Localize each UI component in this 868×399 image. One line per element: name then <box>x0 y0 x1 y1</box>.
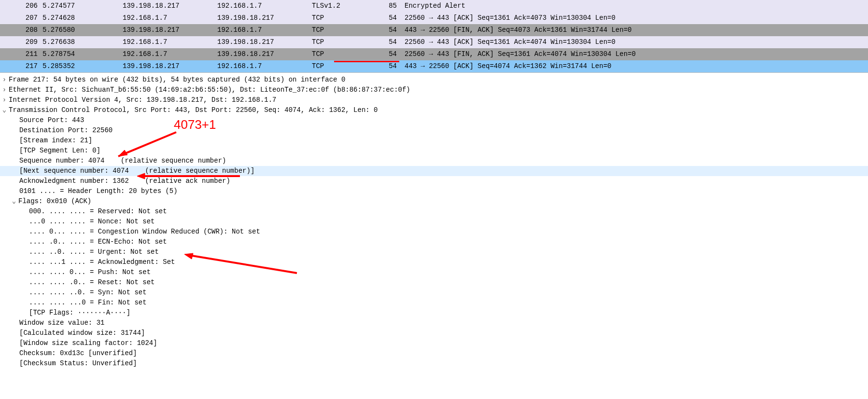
detail-frame[interactable]: ›Frame 217: 54 bytes on wire (432 bits),… <box>0 75 868 85</box>
svg-marker-5 <box>184 253 193 259</box>
flag-syn[interactable]: .... .... ..0. = Syn: Not set <box>0 288 868 298</box>
checksum[interactable]: Checksum: 0xd13c [unverified] <box>0 348 868 358</box>
chevron-right-icon[interactable]: › <box>0 95 9 105</box>
packet-info: 22560 → 443 [ACK] Seq=1361 Ack=4073 Win=… <box>401 12 868 24</box>
packet-info: 22560 → 443 [ACK] Seq=1361 Ack=4074 Win=… <box>401 36 868 48</box>
packet-no: 207 <box>0 12 39 24</box>
packet-destination: 139.198.18.217 <box>213 36 308 48</box>
tcp-flags-summary[interactable]: [TCP Flags: ·······A····] <box>0 308 868 318</box>
chevron-right-icon[interactable]: › <box>0 75 9 85</box>
packet-destination: 139.198.18.217 <box>213 12 308 24</box>
calculated-window-size[interactable]: [Calculated window size: 31744] <box>0 328 868 338</box>
packet-protocol: TCP <box>308 48 369 60</box>
packet-protocol: TLSv1.2 <box>308 0 369 12</box>
svg-line-0 <box>118 132 176 156</box>
packet-protocol: TCP <box>308 36 369 48</box>
annotation-underline <box>334 61 399 62</box>
packet-no: 217 <box>0 60 39 72</box>
packet-no: 206 <box>0 0 39 12</box>
packet-length: 54 <box>369 36 401 48</box>
flag-ecn[interactable]: .... .0.. .... = ECN-Echo: Not set <box>0 237 868 247</box>
packet-row[interactable]: 2115.278754192.168.1.7139.198.18.217TCP5… <box>0 48 868 60</box>
chevron-right-icon[interactable]: › <box>0 85 9 95</box>
detail-ip[interactable]: ›Internet Protocol Version 4, Src: 139.1… <box>0 95 868 105</box>
packet-list[interactable]: 2065.274577139.198.18.217192.168.1.7TLSv… <box>0 0 868 72</box>
packet-destination: 192.168.1.7 <box>213 60 308 72</box>
packet-time: 5.274577 <box>39 0 119 12</box>
packet-time: 5.276638 <box>39 36 119 48</box>
packet-length: 54 <box>369 24 401 36</box>
detail-tcp[interactable]: ⌄Transmission Control Protocol, Src Port… <box>0 105 868 115</box>
packet-time: 5.276580 <box>39 24 119 36</box>
packet-info: 443 → 22560 [ACK] Seq=4074 Ack=1362 Win=… <box>401 60 868 72</box>
annotation-arrow-ackflag <box>183 251 299 275</box>
source-port[interactable]: Source Port: 443 <box>0 115 868 125</box>
ack-number[interactable]: Acknowledgment number: 1362 (relative ac… <box>0 176 868 186</box>
annotation-arrow-ack <box>136 172 242 180</box>
packet-source: 139.198.18.217 <box>119 24 213 36</box>
flags-header[interactable]: ⌄Flags: 0x010 (ACK) <box>0 196 868 206</box>
packet-no: 211 <box>0 48 39 60</box>
packet-protocol: TCP <box>308 24 369 36</box>
window-scaling-factor[interactable]: [Window size scaling factor: 1024] <box>0 338 868 348</box>
window-size[interactable]: Window size value: 31 <box>0 318 868 328</box>
flag-fin[interactable]: .... .... ...0 = Fin: Not set <box>0 298 868 308</box>
packet-info: Encrypted Alert <box>401 0 868 12</box>
flag-urgent[interactable]: .... ..0. .... = Urgent: Not set <box>0 247 868 257</box>
packet-destination: 192.168.1.7 <box>213 24 308 36</box>
chevron-down-icon[interactable]: ⌄ <box>10 196 18 206</box>
packet-source: 192.168.1.7 <box>119 12 213 24</box>
packet-length: 54 <box>369 48 401 60</box>
packet-row[interactable]: 2085.276580139.198.18.217192.168.1.7TCP5… <box>0 24 868 36</box>
svg-marker-1 <box>118 150 127 156</box>
packet-no: 209 <box>0 36 39 48</box>
packet-details[interactable]: ›Frame 217: 54 bytes on wire (432 bits),… <box>0 72 868 371</box>
flag-cwr[interactable]: .... 0... .... = Congestion Window Reduc… <box>0 227 868 237</box>
packet-length: 54 <box>369 12 401 24</box>
packet-destination: 139.198.18.217 <box>213 48 308 60</box>
packet-row[interactable]: 2175.285352139.198.18.217192.168.1.7TCP5… <box>0 60 868 72</box>
packet-row[interactable]: 2095.276638192.168.1.7139.198.18.217TCP5… <box>0 36 868 48</box>
detail-ethernet[interactable]: ›Ethernet II, Src: SichuanT_b6:55:50 (14… <box>0 85 868 95</box>
packet-row[interactable]: 2075.274628192.168.1.7139.198.18.217TCP5… <box>0 12 868 24</box>
next-sequence-number[interactable]: [Next sequence number: 4074 (relative se… <box>0 166 868 176</box>
packet-info: 443 → 22560 [FIN, ACK] Seq=4073 Ack=1361… <box>401 24 868 36</box>
packet-source: 139.198.18.217 <box>119 0 213 12</box>
flag-nonce[interactable]: ...0 .... .... = Nonce: Not set <box>0 217 868 227</box>
packet-time: 5.285352 <box>39 60 119 72</box>
chevron-down-icon[interactable]: ⌄ <box>0 105 9 115</box>
checksum-status[interactable]: [Checksum Status: Unverified] <box>0 358 868 369</box>
packet-source: 192.168.1.7 <box>119 48 213 60</box>
packet-time: 5.274628 <box>39 12 119 24</box>
flag-push[interactable]: .... .... 0... = Push: Not set <box>0 267 868 277</box>
packet-protocol: TCP <box>308 12 369 24</box>
packet-no: 208 <box>0 24 39 36</box>
packet-source: 192.168.1.7 <box>119 36 213 48</box>
header-length[interactable]: 0101 .... = Header Length: 20 bytes (5) <box>0 186 868 196</box>
flag-reset[interactable]: .... .... .0.. = Reset: Not set <box>0 277 868 288</box>
packet-destination: 192.168.1.7 <box>213 0 308 12</box>
svg-marker-3 <box>137 173 145 179</box>
flag-reserved[interactable]: 000. .... .... = Reserved: Not set <box>0 206 868 217</box>
packet-info: 22560 → 443 [FIN, ACK] Seq=1361 Ack=4074… <box>401 48 868 60</box>
svg-line-4 <box>189 255 297 273</box>
annotation-text: 4073+1 <box>174 117 216 132</box>
annotation-arrow-seq <box>111 130 179 161</box>
packet-length: 85 <box>369 0 401 12</box>
packet-time: 5.278754 <box>39 48 119 60</box>
packet-row[interactable]: 2065.274577139.198.18.217192.168.1.7TLSv… <box>0 0 868 12</box>
flag-ack[interactable]: .... ...1 .... = Acknowledgment: Set <box>0 257 868 267</box>
packet-source: 139.198.18.217 <box>119 60 213 72</box>
